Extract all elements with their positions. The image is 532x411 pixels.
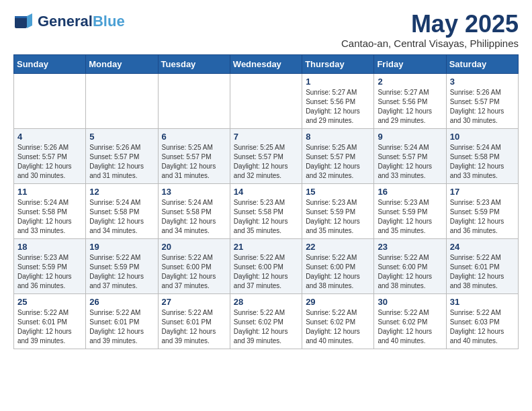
day-number: 27 [162,297,226,307]
calendar-cell: 4Sunrise: 5:26 AM Sunset: 5:57 PM Daylig… [14,128,86,183]
calendar-cell: 15Sunrise: 5:23 AM Sunset: 5:59 PM Dayli… [302,183,374,238]
calendar-cell: 21Sunrise: 5:22 AM Sunset: 6:00 PM Dayli… [230,238,302,293]
svg-marker-1 [27,13,32,28]
day-info: Sunrise: 5:22 AM Sunset: 6:00 PM Dayligh… [234,253,298,291]
day-info: Sunrise: 5:24 AM Sunset: 5:58 PM Dayligh… [450,143,515,181]
day-number: 20 [162,242,226,252]
day-info: Sunrise: 5:22 AM Sunset: 5:59 PM Dayligh… [89,253,154,291]
day-info: Sunrise: 5:22 AM Sunset: 6:00 PM Dayligh… [306,253,370,291]
calendar-header-row: SundayMondayTuesdayWednesdayThursdayFrid… [14,54,519,73]
logo-icon [13,11,35,32]
calendar-cell: 18Sunrise: 5:23 AM Sunset: 5:59 PM Dayli… [14,238,86,293]
calendar-cell [230,73,302,128]
calendar-cell: 29Sunrise: 5:22 AM Sunset: 6:02 PM Dayli… [302,293,374,349]
calendar-cell: 19Sunrise: 5:22 AM Sunset: 5:59 PM Dayli… [86,238,158,293]
day-number: 29 [306,297,370,307]
day-number: 26 [89,297,154,307]
calendar-cell: 24Sunrise: 5:22 AM Sunset: 6:01 PM Dayli… [446,238,518,293]
calendar-cell: 3Sunrise: 5:26 AM Sunset: 5:57 PM Daylig… [446,73,518,128]
calendar-cell: 30Sunrise: 5:22 AM Sunset: 6:02 PM Dayli… [374,293,446,349]
logo: GeneralBlue [13,11,125,32]
calendar-week-4: 18Sunrise: 5:23 AM Sunset: 5:59 PM Dayli… [14,238,519,293]
day-info: Sunrise: 5:22 AM Sunset: 6:01 PM Dayligh… [162,308,226,346]
day-number: 14 [234,187,298,197]
day-info: Sunrise: 5:22 AM Sunset: 6:00 PM Dayligh… [378,253,442,291]
day-info: Sunrise: 5:26 AM Sunset: 5:57 PM Dayligh… [450,88,515,126]
calendar-week-1: 1Sunrise: 5:27 AM Sunset: 5:56 PM Daylig… [14,73,519,128]
day-number: 10 [450,132,515,142]
calendar-cell: 13Sunrise: 5:24 AM Sunset: 5:58 PM Dayli… [158,183,230,238]
day-info: Sunrise: 5:27 AM Sunset: 5:56 PM Dayligh… [378,88,442,126]
day-number: 18 [17,242,82,252]
day-info: Sunrise: 5:23 AM Sunset: 5:58 PM Dayligh… [234,198,298,236]
calendar-cell: 1Sunrise: 5:27 AM Sunset: 5:56 PM Daylig… [302,73,374,128]
calendar-cell: 10Sunrise: 5:24 AM Sunset: 5:58 PM Dayli… [446,128,518,183]
day-number: 28 [234,297,298,307]
calendar-cell: 17Sunrise: 5:23 AM Sunset: 5:59 PM Dayli… [446,183,518,238]
day-number: 9 [378,132,442,142]
calendar-week-2: 4Sunrise: 5:26 AM Sunset: 5:57 PM Daylig… [14,128,519,183]
weekday-header-thursday: Thursday [302,54,374,73]
day-info: Sunrise: 5:26 AM Sunset: 5:57 PM Dayligh… [17,143,82,181]
day-info: Sunrise: 5:22 AM Sunset: 6:03 PM Dayligh… [450,308,515,346]
day-number: 30 [378,297,442,307]
calendar-week-3: 11Sunrise: 5:24 AM Sunset: 5:58 PM Dayli… [14,183,519,238]
day-info: Sunrise: 5:23 AM Sunset: 5:59 PM Dayligh… [17,253,82,291]
day-number: 11 [17,187,82,197]
calendar-cell: 12Sunrise: 5:24 AM Sunset: 5:58 PM Dayli… [86,183,158,238]
day-info: Sunrise: 5:22 AM Sunset: 6:01 PM Dayligh… [17,308,82,346]
day-number: 2 [378,77,442,87]
weekday-header-monday: Monday [86,54,158,73]
day-number: 5 [89,132,154,142]
calendar-cell: 11Sunrise: 5:24 AM Sunset: 5:58 PM Dayli… [14,183,86,238]
day-info: Sunrise: 5:22 AM Sunset: 6:02 PM Dayligh… [378,308,442,346]
day-info: Sunrise: 5:24 AM Sunset: 5:58 PM Dayligh… [17,198,82,236]
calendar-cell: 9Sunrise: 5:24 AM Sunset: 5:57 PM Daylig… [374,128,446,183]
day-number: 8 [306,132,370,142]
calendar-cell: 6Sunrise: 5:25 AM Sunset: 5:57 PM Daylig… [158,128,230,183]
calendar-cell [86,73,158,128]
logo-name: GeneralBlue [38,13,125,30]
day-info: Sunrise: 5:25 AM Sunset: 5:57 PM Dayligh… [162,143,226,181]
day-info: Sunrise: 5:24 AM Sunset: 5:58 PM Dayligh… [89,198,154,236]
page-subtitle: Cantao-an, Central Visayas, Philippines [341,38,519,49]
weekday-header-wednesday: Wednesday [230,54,302,73]
calendar-cell: 22Sunrise: 5:22 AM Sunset: 6:00 PM Dayli… [302,238,374,293]
day-number: 17 [450,187,515,197]
calendar-week-5: 25Sunrise: 5:22 AM Sunset: 6:01 PM Dayli… [14,293,519,349]
day-info: Sunrise: 5:22 AM Sunset: 6:02 PM Dayligh… [234,308,298,346]
weekday-header-tuesday: Tuesday [158,54,230,73]
weekday-header-sunday: Sunday [14,54,86,73]
day-number: 31 [450,297,515,307]
day-number: 1 [306,77,370,87]
calendar-cell: 8Sunrise: 5:25 AM Sunset: 5:57 PM Daylig… [302,128,374,183]
day-info: Sunrise: 5:22 AM Sunset: 6:00 PM Dayligh… [162,253,226,291]
calendar-cell: 16Sunrise: 5:23 AM Sunset: 5:59 PM Dayli… [374,183,446,238]
calendar-cell: 5Sunrise: 5:26 AM Sunset: 5:57 PM Daylig… [86,128,158,183]
day-info: Sunrise: 5:25 AM Sunset: 5:57 PM Dayligh… [234,143,298,181]
calendar-cell: 28Sunrise: 5:22 AM Sunset: 6:02 PM Dayli… [230,293,302,349]
day-number: 22 [306,242,370,252]
calendar-cell: 25Sunrise: 5:22 AM Sunset: 6:01 PM Dayli… [14,293,86,349]
calendar-cell: 20Sunrise: 5:22 AM Sunset: 6:00 PM Dayli… [158,238,230,293]
weekday-header-saturday: Saturday [446,54,518,73]
day-number: 24 [450,242,515,252]
day-number: 23 [378,242,442,252]
day-number: 13 [162,187,226,197]
day-number: 21 [234,242,298,252]
title-block: May 2025 Cantao-an, Central Visayas, Phi… [341,11,519,49]
day-info: Sunrise: 5:22 AM Sunset: 6:02 PM Dayligh… [306,308,370,346]
weekday-header-friday: Friday [374,54,446,73]
day-info: Sunrise: 5:23 AM Sunset: 5:59 PM Dayligh… [378,198,442,236]
day-number: 12 [89,187,154,197]
calendar-cell: 14Sunrise: 5:23 AM Sunset: 5:58 PM Dayli… [230,183,302,238]
calendar-table: SundayMondayTuesdayWednesdayThursdayFrid… [13,54,519,349]
calendar-cell: 2Sunrise: 5:27 AM Sunset: 5:56 PM Daylig… [374,73,446,128]
day-info: Sunrise: 5:24 AM Sunset: 5:57 PM Dayligh… [378,143,442,181]
day-info: Sunrise: 5:24 AM Sunset: 5:58 PM Dayligh… [162,198,226,236]
calendar-cell: 7Sunrise: 5:25 AM Sunset: 5:57 PM Daylig… [230,128,302,183]
day-info: Sunrise: 5:23 AM Sunset: 5:59 PM Dayligh… [450,198,515,236]
day-number: 4 [17,132,82,142]
day-info: Sunrise: 5:22 AM Sunset: 6:01 PM Dayligh… [450,253,515,291]
day-number: 3 [450,77,515,87]
